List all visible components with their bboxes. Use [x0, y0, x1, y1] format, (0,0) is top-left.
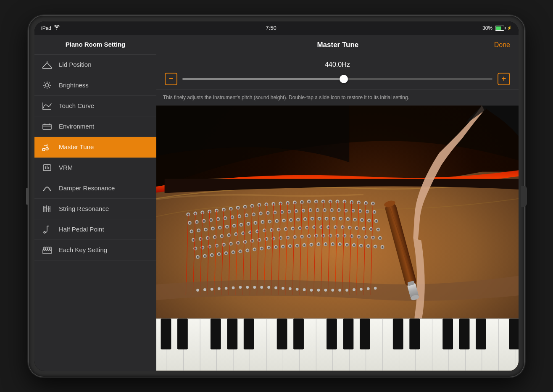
- svg-point-357: [367, 245, 369, 247]
- svg-point-255: [195, 247, 197, 250]
- svg-point-205: [207, 237, 209, 239]
- svg-point-167: [262, 221, 264, 223]
- svg-point-135: [338, 209, 340, 211]
- svg-point-19: [42, 148, 45, 151]
- slider-thumb[interactable]: [340, 75, 348, 83]
- string-resonance-icon: [41, 204, 53, 214]
- svg-point-2: [45, 84, 49, 87]
- svg-point-361: [382, 246, 384, 248]
- svg-point-191: [347, 218, 349, 221]
- device-screen: iPad 7:50 30% ⚡: [34, 21, 519, 371]
- svg-point-145: [374, 211, 376, 213]
- svg-point-97: [203, 220, 205, 222]
- svg-rect-456: [393, 319, 403, 350]
- svg-point-411: [303, 288, 306, 291]
- svg-rect-447: [177, 319, 188, 350]
- svg-point-129: [316, 209, 319, 211]
- status-time: 7:50: [266, 25, 276, 31]
- svg-point-257: [202, 247, 204, 249]
- svg-point-229: [292, 228, 294, 230]
- damper-resonance-icon: [41, 183, 53, 193]
- side-button-left[interactable]: [26, 188, 28, 205]
- svg-point-325: [253, 249, 255, 251]
- tune-slider[interactable]: [182, 78, 492, 80]
- slider-row: − +: [165, 73, 510, 85]
- svg-point-153: [212, 228, 214, 230]
- svg-point-396: [196, 289, 199, 292]
- sidebar-item-string-resonance[interactable]: String Resonance: [34, 199, 156, 219]
- svg-line-8: [49, 87, 50, 88]
- sidebar-item-lid-position[interactable]: Lid Position: [34, 55, 156, 75]
- environment-icon: [41, 121, 53, 132]
- svg-line-9: [49, 82, 50, 83]
- svg-point-93: [189, 222, 191, 224]
- touch-curve-icon: [41, 101, 53, 111]
- increase-button[interactable]: +: [498, 73, 510, 85]
- vrm-icon: [41, 163, 53, 173]
- decrease-button[interactable]: −: [165, 73, 177, 85]
- svg-point-105: [232, 216, 234, 218]
- svg-point-197: [368, 220, 370, 222]
- svg-point-109: [245, 215, 248, 217]
- svg-point-225: [278, 229, 280, 231]
- status-right: 30% ⚡: [482, 25, 512, 31]
- svg-point-189: [340, 218, 342, 220]
- sidebar-item-brightness[interactable]: Brightness: [34, 75, 156, 96]
- svg-point-421: [374, 287, 377, 290]
- svg-point-400: [225, 287, 228, 290]
- svg-point-249: [363, 228, 365, 230]
- half-pedal-point-icon: [41, 224, 53, 234]
- svg-point-323: [247, 250, 249, 252]
- svg-point-221: [263, 230, 266, 232]
- svg-point-173: [283, 220, 285, 222]
- done-button[interactable]: Done: [494, 41, 510, 49]
- device-frame: iPad 7:50 30% ⚡: [29, 16, 524, 377]
- svg-point-313: [211, 254, 213, 256]
- svg-point-311: [204, 255, 206, 257]
- content-title: Master Tune: [182, 41, 494, 49]
- status-bar: iPad 7:50 30% ⚡: [34, 21, 519, 35]
- svg-point-403: [246, 286, 249, 289]
- svg-point-195: [361, 219, 363, 221]
- svg-point-179: [304, 218, 306, 221]
- lid-position-icon: [41, 60, 53, 70]
- tune-value: 440.0Hz: [165, 61, 510, 68]
- svg-point-233: [306, 227, 308, 229]
- svg-point-185: [326, 218, 328, 220]
- svg-point-131: [324, 209, 326, 211]
- svg-point-103: [224, 217, 226, 219]
- environment-label: Environment: [59, 123, 94, 130]
- sidebar-item-each-key-setting[interactable]: Each Key Setting: [34, 240, 156, 260]
- home-button[interactable]: [521, 186, 527, 207]
- svg-point-307: [379, 237, 381, 239]
- svg-line-10: [45, 87, 45, 88]
- svg-point-107: [238, 216, 240, 218]
- svg-point-420: [367, 287, 370, 290]
- svg-point-359: [374, 246, 377, 248]
- svg-point-133: [331, 209, 333, 211]
- svg-point-337: [296, 245, 298, 247]
- content-area: Master Tune Done 440.0Hz − +: [156, 35, 519, 371]
- sidebar-item-environment[interactable]: Environment: [34, 116, 156, 137]
- svg-point-251: [370, 228, 372, 230]
- svg-point-119: [281, 211, 283, 213]
- sidebar-item-touch-curve[interactable]: Touch Curve: [34, 96, 156, 116]
- svg-point-203: [200, 238, 202, 240]
- content-header: Master Tune Done: [156, 35, 519, 55]
- svg-rect-454: [343, 319, 354, 350]
- svg-point-111: [253, 213, 255, 216]
- svg-point-151: [205, 229, 207, 231]
- piano-scene: /* pins rendered below */: [156, 105, 519, 371]
- svg-point-115: [267, 212, 269, 214]
- svg-point-406: [267, 286, 270, 289]
- svg-rect-457: [409, 319, 420, 350]
- svg-rect-460: [476, 319, 486, 350]
- sidebar-item-master-tune[interactable]: Master Tune: [34, 137, 156, 158]
- svg-point-259: [208, 246, 211, 248]
- master-tune-icon: [41, 142, 53, 152]
- svg-rect-34: [46, 247, 47, 250]
- sidebar-item-vrm[interactable]: VRM: [34, 158, 156, 178]
- sidebar-item-damper-resonance[interactable]: Damper Resonance: [34, 178, 156, 199]
- device-name-label: iPad: [41, 25, 51, 31]
- sidebar-item-half-pedal-point[interactable]: Half Pedal Point: [34, 219, 156, 240]
